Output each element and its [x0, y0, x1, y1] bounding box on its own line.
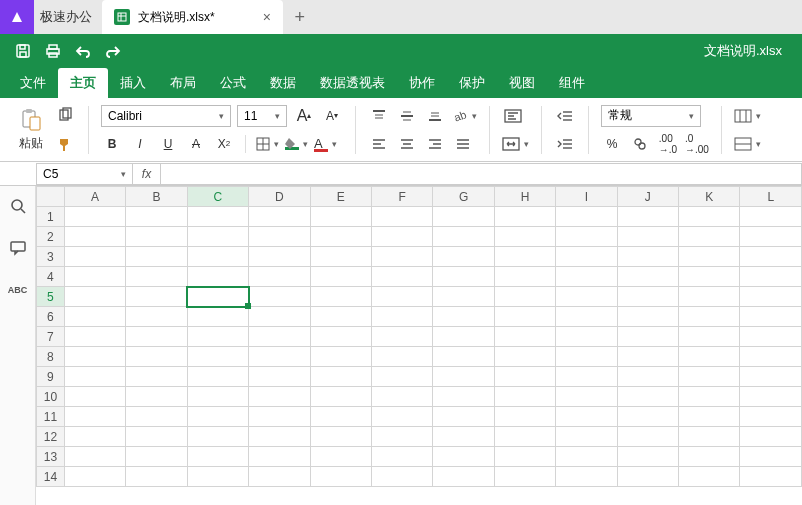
- cell[interactable]: [740, 407, 802, 427]
- cell[interactable]: [249, 307, 310, 327]
- cell[interactable]: [310, 267, 371, 287]
- select-all-corner[interactable]: [37, 187, 65, 207]
- cell[interactable]: [556, 447, 617, 467]
- cell[interactable]: [433, 327, 494, 347]
- wrap-text-button[interactable]: [502, 105, 524, 127]
- undo-button[interactable]: [68, 36, 98, 66]
- cell[interactable]: [433, 247, 494, 267]
- name-box[interactable]: C5▾: [36, 163, 132, 185]
- align-bottom-button[interactable]: [424, 105, 446, 127]
- cell[interactable]: [556, 367, 617, 387]
- cell[interactable]: [371, 467, 432, 487]
- cell[interactable]: [740, 307, 802, 327]
- cell[interactable]: [740, 447, 802, 467]
- cell[interactable]: [556, 227, 617, 247]
- cell[interactable]: [433, 287, 494, 307]
- cell[interactable]: [494, 387, 555, 407]
- row-header[interactable]: 2: [37, 227, 65, 247]
- cell[interactable]: [494, 227, 555, 247]
- cell[interactable]: [187, 327, 248, 347]
- cell[interactable]: [433, 227, 494, 247]
- column-header[interactable]: C: [187, 187, 248, 207]
- cell[interactable]: [433, 367, 494, 387]
- cell[interactable]: [126, 387, 187, 407]
- cell[interactable]: [371, 207, 432, 227]
- cell[interactable]: [679, 287, 740, 307]
- cell[interactable]: [126, 427, 187, 447]
- column-header[interactable]: B: [126, 187, 187, 207]
- add-tab-button[interactable]: +: [283, 7, 317, 28]
- font-size-select[interactable]: 11▾: [237, 105, 287, 127]
- cell[interactable]: [64, 227, 125, 247]
- bold-button[interactable]: B: [101, 133, 123, 155]
- cell[interactable]: [64, 267, 125, 287]
- column-header[interactable]: L: [740, 187, 802, 207]
- row-header[interactable]: 4: [37, 267, 65, 287]
- cell[interactable]: [494, 467, 555, 487]
- decrease-font-button[interactable]: A▾: [321, 105, 343, 127]
- justify-button[interactable]: [452, 133, 474, 155]
- increase-decimal-button[interactable]: .00→.0: [657, 133, 679, 155]
- accounting-button[interactable]: [629, 133, 651, 155]
- orientation-button[interactable]: ab▾: [452, 105, 477, 127]
- column-header[interactable]: H: [494, 187, 555, 207]
- cell[interactable]: [371, 267, 432, 287]
- cell[interactable]: [249, 367, 310, 387]
- cell[interactable]: [617, 307, 678, 327]
- insert-cells-button[interactable]: ▾: [734, 105, 761, 127]
- increase-font-button[interactable]: A▴: [293, 105, 315, 127]
- cell[interactable]: [556, 207, 617, 227]
- cell[interactable]: [617, 447, 678, 467]
- align-right-button[interactable]: [424, 133, 446, 155]
- column-header[interactable]: A: [64, 187, 125, 207]
- cell[interactable]: [371, 347, 432, 367]
- cell[interactable]: [64, 407, 125, 427]
- cell[interactable]: [249, 447, 310, 467]
- cell[interactable]: [187, 207, 248, 227]
- cell[interactable]: [617, 347, 678, 367]
- menu-insert[interactable]: 插入: [108, 68, 158, 98]
- cell[interactable]: [556, 267, 617, 287]
- subscript-button[interactable]: X2: [213, 133, 235, 155]
- cell[interactable]: [310, 207, 371, 227]
- cell[interactable]: [249, 287, 310, 307]
- cell[interactable]: [126, 207, 187, 227]
- search-icon[interactable]: [6, 194, 30, 218]
- cell[interactable]: [740, 207, 802, 227]
- cell[interactable]: [371, 327, 432, 347]
- cell[interactable]: [433, 347, 494, 367]
- cell[interactable]: [64, 427, 125, 447]
- spreadsheet-grid[interactable]: ABCDEFGHIJKL1234567891011121314: [36, 186, 802, 505]
- cell[interactable]: [371, 307, 432, 327]
- cell[interactable]: [187, 227, 248, 247]
- cell[interactable]: [126, 367, 187, 387]
- cell[interactable]: [740, 247, 802, 267]
- cell[interactable]: [371, 387, 432, 407]
- cell[interactable]: [126, 327, 187, 347]
- cell[interactable]: [64, 347, 125, 367]
- cell[interactable]: [126, 467, 187, 487]
- cell[interactable]: [617, 387, 678, 407]
- cell[interactable]: [433, 407, 494, 427]
- column-header[interactable]: F: [371, 187, 432, 207]
- row-header[interactable]: 6: [37, 307, 65, 327]
- column-header[interactable]: I: [556, 187, 617, 207]
- cell[interactable]: [371, 367, 432, 387]
- cell[interactable]: [310, 327, 371, 347]
- cell[interactable]: [126, 287, 187, 307]
- cell[interactable]: [679, 267, 740, 287]
- cell[interactable]: [64, 467, 125, 487]
- cell[interactable]: [556, 247, 617, 267]
- cell[interactable]: [740, 427, 802, 447]
- cell[interactable]: [740, 287, 802, 307]
- cell[interactable]: [494, 347, 555, 367]
- menu-pivot[interactable]: 数据透视表: [308, 68, 397, 98]
- italic-button[interactable]: I: [129, 133, 151, 155]
- cell[interactable]: [617, 407, 678, 427]
- cell[interactable]: [494, 447, 555, 467]
- row-header[interactable]: 8: [37, 347, 65, 367]
- paste-button[interactable]: 粘贴: [14, 107, 48, 152]
- cell[interactable]: [556, 407, 617, 427]
- cell[interactable]: [126, 307, 187, 327]
- row-header[interactable]: 10: [37, 387, 65, 407]
